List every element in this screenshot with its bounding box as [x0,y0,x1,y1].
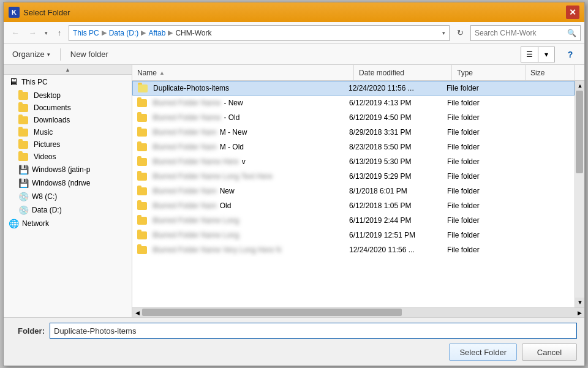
sidebar-item-this-pc[interactable]: 🖥 This PC [4,75,132,89]
sidebar-label-pictures: Pictures [34,140,60,149]
action-separator [60,48,61,61]
file-cell-date-4: 8/23/2018 5:50 PM [344,140,442,154]
file-list-scroll[interactable]: Duplicate-Photos-items 12/24/2020 11:56 … [132,81,575,307]
refresh-button[interactable]: ↻ [452,25,468,41]
file-cell-type-2: File folder [442,110,516,125]
file-cell-date-11: 12/24/2020 11:56 ... [344,242,442,257]
file-cell-size-3 [516,125,565,140]
drive-icon-win8-jatin: 💾 [18,165,29,175]
dialog: K Select Folder ✕ ← → ▾ ↑ This PC ▶ Data… [3,2,585,366]
file-cell-name-4: Blurred Folder Nam M - Old [132,140,344,154]
file-cell-size-1 [516,96,565,110]
table-row[interactable]: Blurred Folder Name Very Long Here N 12/… [132,242,575,257]
h-scroll-right-button[interactable]: ▶ [575,308,584,318]
file-cell-type-5: File folder [442,154,516,169]
folder-icon-desktop [18,92,28,100]
sidebar-item-videos[interactable]: Videos [4,151,132,163]
table-row[interactable]: Blurred Folder Nam M - Old 8/23/2018 5:5… [132,140,575,154]
table-row[interactable]: Blurred Folder Name - New 6/12/2019 4:13… [132,96,575,110]
sort-arrow-name: ▲ [159,70,165,76]
breadcrumb-dropdown[interactable]: ▾ [442,30,445,36]
sidebar-item-documents[interactable]: Documents [4,102,132,114]
folder-label: Folder: [11,326,45,336]
view-details-button[interactable]: ☰ [521,47,538,62]
new-folder-button[interactable]: New folder [68,48,111,60]
file-cell-name-8: Blurred Folder Nam Old [132,198,344,213]
breadcrumb-root[interactable]: This PC [73,29,99,37]
back-button[interactable]: ← [7,25,23,41]
select-folder-button[interactable]: Select Folder [449,344,517,361]
up-button[interactable]: ↑ [51,25,67,41]
table-row[interactable]: Blurred Folder Name Long Text Here 6/13/… [132,169,575,184]
breadcrumb-part-0[interactable]: Data (D:) [109,29,139,37]
col-date-label: Date modified [359,69,404,77]
organize-button[interactable]: Organize ▾ [10,48,53,60]
file-cell-name-11: Blurred Folder Name Very Long Here N [132,242,344,257]
v-scroll-down-button[interactable]: ▼ [575,298,584,307]
col-header-date[interactable]: Date modified [354,65,452,80]
table-row[interactable]: Blurred Folder Name Here v 6/13/2019 5:3… [132,154,575,169]
v-scroll-thumb[interactable] [576,91,583,173]
file-cell-type-9: File folder [442,213,516,228]
bottom-bar: Folder: Select Folder Cancel [4,317,584,366]
v-scroll-up-button[interactable]: ▲ [575,81,584,91]
table-row[interactable]: Blurred Folder Nam M - New 8/29/2018 3:3… [132,125,575,140]
sidebar-item-win8-jatin[interactable]: 💾 Windows8 (jatin-p [4,163,132,176]
sidebar-item-data-d[interactable]: 💿 Data (D:) [4,203,132,217]
sidebar-item-w8-c[interactable]: 💿 W8 (C:) [4,190,132,203]
forward-button[interactable]: → [24,25,40,41]
computer-icon: 🖥 [9,77,18,88]
breadcrumb-part-1[interactable]: Aftab [148,29,165,37]
file-cell-name-6: Blurred Folder Name Long Text Here [132,169,344,184]
search-bar: 🔍 [470,25,581,41]
table-row[interactable]: Blurred Folder Nam New 8/1/2018 6:01 PM … [132,184,575,198]
sidebar-item-pictures[interactable]: Pictures [4,138,132,151]
nav-dropdown-button[interactable]: ▾ [42,25,50,41]
sidebar-item-music[interactable]: Music [4,126,132,138]
network-icon: 🌐 [9,219,19,228]
folder-input[interactable] [50,323,577,339]
col-size-label: Size [530,69,545,77]
sidebar-label-win8-ndrwe: Windows8 (ndrwe [32,179,90,187]
file-folder-icon-9 [137,217,147,225]
col-header-size[interactable]: Size [526,65,575,80]
table-row[interactable]: Blurred Folder Name Long 6/11/2019 12:51… [132,228,575,242]
search-input[interactable] [475,29,567,37]
table-row[interactable]: Blurred Folder Name - Old 6/12/2019 4:50… [132,110,575,125]
help-button[interactable]: ? [562,47,578,62]
file-cell-size-5 [516,154,565,169]
breadcrumb-sep-1: ▶ [102,29,107,37]
table-row[interactable]: Duplicate-Photos-items 12/24/2020 11:56 … [132,81,575,96]
file-folder-icon-7 [137,187,147,195]
breadcrumb-current: CHM-Work [175,29,211,37]
sidebar-item-win8-ndrwe[interactable]: 💾 Windows8 (ndrwe [4,176,132,190]
folder-row: Folder: [11,323,577,339]
file-folder-icon-1 [137,99,147,107]
file-folder-icon-4 [137,143,147,151]
file-folder-icon-3 [137,129,147,137]
col-header-name[interactable]: Name ▲ [132,65,354,80]
file-cell-type-6: File folder [442,169,516,184]
toolbar: ← → ▾ ↑ This PC ▶ Data (D:) ▶ Aftab ▶ CH… [4,22,584,44]
file-cell-size-6 [516,169,565,184]
sidebar-item-network[interactable]: 🌐 Network [4,217,132,230]
table-row[interactable]: Blurred Folder Name Long 6/11/2019 2:44 … [132,213,575,228]
view-dropdown-button[interactable]: ▾ [538,47,555,62]
file-cell-name-7: Blurred Folder Nam New [132,184,344,198]
h-scroll-left-button[interactable]: ◀ [132,308,142,318]
h-scroll-thumb[interactable] [142,309,402,316]
vertical-scrollbar[interactable]: ▲ ▼ [575,81,584,307]
sidebar-item-desktop[interactable]: Desktop [4,89,132,102]
horizontal-scrollbar: ◀ ▶ [132,307,584,317]
sidebar-item-downloads[interactable]: Downloads [4,114,132,126]
close-button[interactable]: ✕ [566,6,579,19]
folder-icon-videos [18,153,28,161]
file-cell-date-2: 6/12/2019 4:50 PM [344,110,442,125]
breadcrumb-sep-3: ▶ [168,29,173,37]
table-row[interactable]: Blurred Folder Nam Old 6/12/2018 1:05 PM… [132,198,575,213]
app-icon: K [9,7,20,18]
sidebar-scroll-up[interactable]: ▲ [4,65,132,75]
cancel-button[interactable]: Cancel [522,344,577,361]
col-header-type[interactable]: Type [452,65,526,80]
sidebar-label-win8-jatin: Windows8 (jatin-p [32,165,90,174]
